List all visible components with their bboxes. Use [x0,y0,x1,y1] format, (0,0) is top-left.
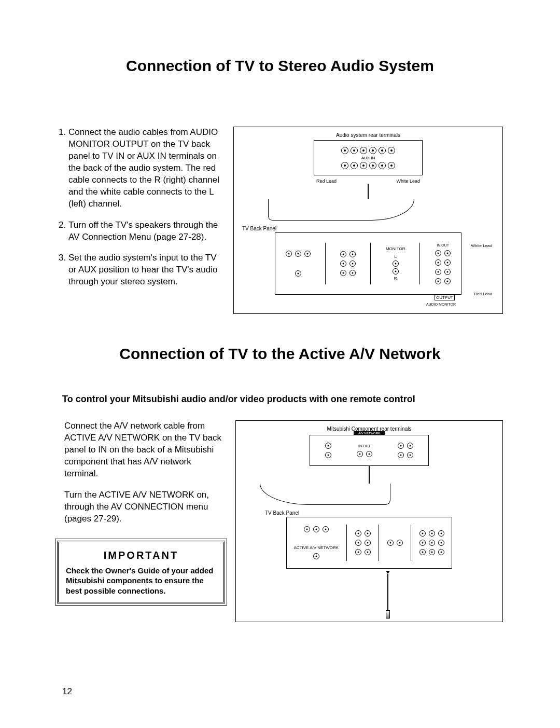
jack-icon [355,549,361,555]
jack-icon [341,147,348,154]
jack-icon [429,549,435,555]
jack-icon [360,147,367,154]
jack-icon [304,251,311,257]
jack-icon [393,260,399,267]
jack-icon [397,540,403,546]
divider-icon [346,525,347,561]
section-active-av: Connect the A/V network cable from ACTIV… [57,420,503,622]
jack-icon [325,452,331,458]
jack-icon [444,259,451,266]
jack-icon [357,451,363,457]
plug-icon [386,610,390,619]
jack-icon [398,443,404,449]
jack-icon [349,270,356,276]
jack-icon [419,530,426,537]
jack-icon [341,162,348,169]
section-stereo-audio: Connect the audio cables from AUDIO MONI… [57,127,503,314]
red-lead-side-label: Red Lead [474,292,492,296]
jack-icon [444,278,451,284]
jack-icon [435,250,441,256]
red-lead-label: Red Lead [316,178,337,184]
diagram-box-2: Mitsubishi Component rear terminals A/V … [235,420,503,622]
jack-icon [286,251,292,257]
jack-icon [340,270,346,276]
step-3: Set the audio system's input to the TV o… [68,252,223,288]
jack-icon [295,270,301,277]
jack-icon [349,260,356,267]
jack-icon [351,162,358,169]
audio-monitor-label: AUDIO MONITOR [426,303,456,307]
important-title: IMPORTANT [66,548,216,562]
figure-active-av: Mitsubishi Component rear terminals A/V … [235,420,503,622]
aux-in-label: AUX IN [361,156,375,160]
in-out-small-label: IN OUT [358,444,371,448]
divider-icon [379,525,380,561]
jack-icon [419,549,426,555]
divider-icon [419,243,421,284]
jack-icon [369,162,376,169]
audio-rear-panel: AUX IN [314,140,423,175]
active-av-jack [313,553,319,559]
white-lead-side-label: White Lead [471,243,492,248]
important-text: Check the Owner's Guide of your added Mi… [66,566,216,596]
jack-icon [355,530,361,537]
jack-icon [295,251,301,257]
active-av-label: ACTIVE A/V NETWORK [294,546,339,550]
jack-icon [444,269,451,275]
cable-icon [368,184,369,199]
jack-icon [444,250,451,256]
jack-icon [355,540,361,546]
jack-icon [438,540,444,546]
monitor-label: MONITOR [386,246,405,251]
manual-page: Connection of TV to Stereo Audio System … [0,0,560,728]
jack-icon [398,452,404,458]
tv-back-panel-label: TV Back Panel [242,226,499,231]
jack-icon [407,452,413,458]
steps-column: Connect the audio cables from AUDIO MONI… [57,127,223,314]
jack-icon [393,268,399,274]
jack-icon [360,162,367,169]
jack-icon [387,540,394,546]
jack-icon [379,147,386,154]
divider-icon [411,525,412,561]
jack-icon [435,269,441,275]
av-network-bar: A/V NETWORK [354,431,385,435]
jack-icon [429,540,435,546]
r-label: R [394,276,397,281]
page-number: 12 [62,686,72,697]
jack-icon [340,260,346,267]
figure-stereo-audio: Audio system rear terminals AUX IN [233,127,503,314]
audio-system-label: Audio system rear terminals [237,132,499,138]
jack-icon [419,540,426,546]
jack-icon [369,147,376,154]
para-turn-on-av: Turn the ACTIVE A/V NETWORK on, through … [57,489,225,525]
tv-back-panel-label-2: TV Back Panel [265,510,499,516]
jack-icon [365,530,371,537]
cable-icon [369,466,370,484]
jack-icon [365,540,371,546]
heading-stereo-audio: Connection of TV to Stereo Audio System [57,57,503,75]
step-2: Turn off the TV's speakers through the A… [68,219,223,243]
jack-icon [349,251,356,257]
jack-icon [351,147,358,154]
jack-icon [435,259,441,266]
diagram-box-1: Audio system rear terminals AUX IN [233,127,503,314]
divider-icon [370,243,371,284]
jack-icon [323,526,329,532]
jack-icon [325,443,331,449]
cable-icon [387,574,388,610]
jack-icon [304,526,310,532]
cable-curve-icon [260,484,390,505]
divider-icon [325,243,326,284]
text-column-2: Connect the A/V network cable from ACTIV… [57,420,225,622]
tv-back-panel-2: ACTIVE A/V NETWORK [286,517,452,569]
mitsubishi-rear-panel: A/V NETWORK IN OUT [310,435,429,466]
white-lead-label: White Lead [396,178,420,184]
jack-icon [388,162,395,169]
jack-icon [438,549,444,555]
heading-active-av-network: Connection of TV to the Active A/V Netwo… [57,345,503,363]
jack-icon [313,526,319,532]
output-label: OUTPUT [435,295,455,300]
cable-curve-icon [268,199,414,221]
jack-icon [435,278,441,284]
